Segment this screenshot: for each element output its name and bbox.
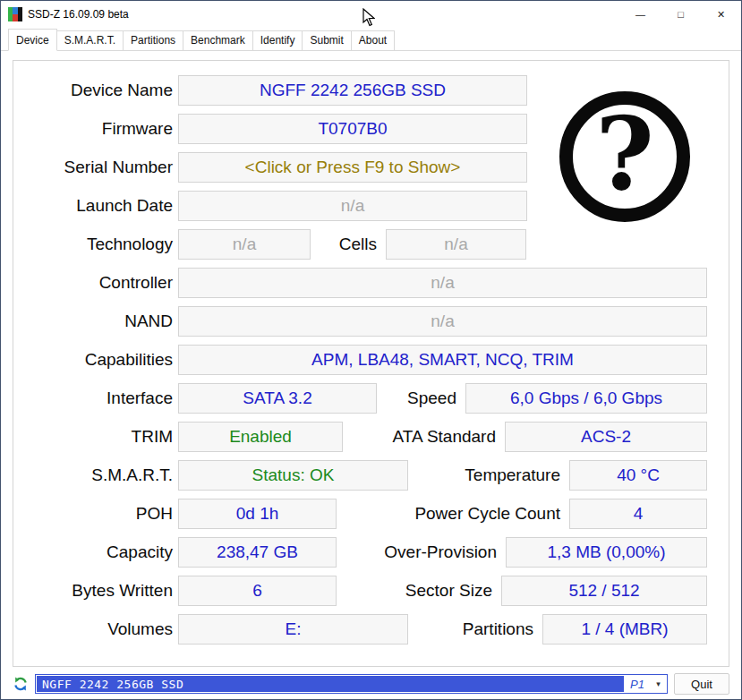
row-controller: Controller n/a: [19, 268, 707, 298]
controller-value: n/a: [178, 268, 707, 298]
volumes-value: E:: [178, 614, 408, 645]
device-image: ?: [535, 73, 714, 241]
controller-label: Controller: [19, 273, 173, 293]
smart-label: S.M.A.R.T.: [19, 465, 173, 485]
serial-number-label: Serial Number: [19, 158, 173, 177]
capabilities-value: APM, LBA48, SMART, NCQ, TRIM: [178, 345, 707, 375]
firmware-value: T0707B0: [178, 114, 527, 144]
footer-bar: NGFF 2242 256GB SSD P1 ▾ Quit: [13, 673, 729, 695]
tab-identify[interactable]: Identify: [252, 30, 303, 51]
app-icon: [8, 7, 22, 21]
partitions-label: Partitions: [408, 619, 542, 639]
row-trim-ata: TRIM Enabled ATA Standard ACS-2: [19, 422, 707, 452]
window-title: SSD-Z 16.09.09 beta: [28, 8, 129, 21]
power-cycle-count-label: Power Cycle Count: [337, 504, 569, 524]
launch-date-label: Launch Date: [19, 196, 173, 216]
quit-button[interactable]: Quit: [674, 673, 729, 695]
row-volumes-partitions: Volumes E: Partitions 1 / 4 (MBR): [19, 614, 707, 645]
tab-partitions[interactable]: Partitions: [123, 30, 183, 51]
title-bar[interactable]: SSD-Z 16.09.09 beta — □ ✕: [1, 1, 741, 28]
launch-date-value: n/a: [178, 191, 527, 221]
drive-selector-dropdown[interactable]: NGFF 2242 256GB SSD P1 ▾: [35, 674, 668, 694]
drive-selector-value[interactable]: NGFF 2242 256GB SSD: [37, 676, 624, 692]
speed-value: 6,0 Gbps / 6,0 Gbps: [465, 383, 707, 414]
row-nand: NAND n/a: [19, 306, 707, 337]
sector-size-value: 512 / 512: [501, 576, 707, 606]
minimize-button[interactable]: —: [620, 1, 661, 28]
temperature-label: Temperature: [408, 465, 569, 485]
interface-label: Interface: [19, 388, 173, 408]
ata-standard-label: ATA Standard: [343, 427, 505, 447]
speed-label: Speed: [377, 388, 465, 408]
row-poh-powercycle: POH 0d 1h Power Cycle Count 4: [19, 499, 707, 529]
trim-value: Enabled: [178, 422, 343, 452]
bytes-written-label: Bytes Written: [19, 581, 173, 601]
nand-label: NAND: [19, 312, 173, 331]
cells-value: n/a: [386, 229, 526, 260]
rescan-icon[interactable]: [13, 676, 29, 692]
tab-submit[interactable]: Submit: [302, 30, 351, 51]
chevron-down-icon[interactable]: ▾: [651, 676, 666, 692]
poh-label: POH: [19, 504, 173, 524]
maximize-button[interactable]: □: [661, 1, 701, 28]
partition-indicator: P1: [624, 676, 651, 692]
close-button[interactable]: ✕: [701, 1, 741, 28]
tab-about[interactable]: About: [351, 30, 395, 51]
capacity-label: Capacity: [19, 542, 173, 562]
serial-number-value[interactable]: <Click or Press F9 to Show>: [178, 152, 527, 183]
device-name-label: Device Name: [19, 81, 173, 100]
device-panel: Device Name NGFF 2242 256GB SSD Firmware…: [13, 60, 729, 667]
app-window: SSD-Z 16.09.09 beta — □ ✕ Device S.M.A.R…: [0, 0, 742, 700]
ata-standard-value: ACS-2: [505, 422, 707, 452]
over-provision-label: Over-Provision: [337, 542, 506, 562]
tab-benchmark[interactable]: Benchmark: [183, 30, 253, 51]
tab-smart[interactable]: S.M.A.R.T.: [56, 30, 124, 51]
poh-value: 0d 1h: [178, 499, 337, 529]
row-capabilities: Capabilities APM, LBA48, SMART, NCQ, TRI…: [19, 345, 707, 375]
partitions-value: 1 / 4 (MBR): [542, 614, 707, 645]
volumes-label: Volumes: [19, 619, 173, 639]
technology-value: n/a: [178, 229, 311, 260]
row-capacity-overprovision: Capacity 238,47 GB Over-Provision 1,3 MB…: [19, 537, 707, 568]
over-provision-value: 1,3 MB (0,00%): [506, 537, 707, 568]
row-interface-speed: Interface SATA 3.2 Speed 6,0 Gbps / 6,0 …: [19, 383, 707, 414]
device-name-value: NGFF 2242 256GB SSD: [178, 75, 527, 106]
firmware-label: Firmware: [19, 119, 173, 139]
tab-bar: Device S.M.A.R.T. Partitions Benchmark I…: [1, 28, 741, 51]
technology-label: Technology: [19, 235, 173, 254]
tab-device[interactable]: Device: [8, 29, 57, 51]
trim-label: TRIM: [19, 427, 173, 447]
smart-status-value: Status: OK: [178, 460, 408, 491]
row-bytes-sector: Bytes Written 6 Sector Size 512 / 512: [19, 576, 707, 606]
question-mark-icon: ?: [559, 91, 690, 222]
sector-size-label: Sector Size: [337, 581, 501, 601]
row-smart-temperature: S.M.A.R.T. Status: OK Temperature 40 °C: [19, 460, 707, 491]
capabilities-label: Capabilities: [19, 350, 173, 370]
bytes-written-value: 6: [178, 576, 337, 606]
temperature-value: 40 °C: [569, 460, 707, 491]
capacity-value: 238,47 GB: [178, 537, 337, 568]
interface-value: SATA 3.2: [178, 383, 377, 414]
nand-value: n/a: [178, 306, 707, 337]
power-cycle-count-value: 4: [569, 499, 707, 529]
cells-label: Cells: [311, 235, 386, 254]
